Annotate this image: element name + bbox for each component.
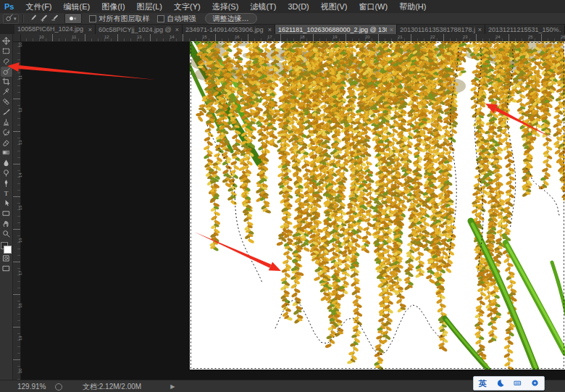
- tab-close-icon[interactable]: ×: [268, 26, 272, 33]
- ruler-number: 15: [202, 35, 207, 39]
- document-tab-5[interactable]: 20130116135381788178.jpg @ 100%… ×: [397, 25, 485, 34]
- ruler-number: 21: [398, 35, 403, 39]
- tools-panel: T: [0, 34, 13, 380]
- divider: [22, 14, 24, 22]
- subtract-selection-mode-button[interactable]: [49, 14, 60, 23]
- add-to-selection-mode-button[interactable]: [38, 14, 49, 23]
- ruler-number: 15: [18, 205, 22, 210]
- ruler-number: 12: [18, 107, 22, 112]
- menu-view[interactable]: 视图(V): [315, 0, 353, 13]
- magnifier-icon: [2, 228, 10, 241]
- menu-help[interactable]: 帮助(H): [393, 0, 432, 13]
- status-flyout-arrow[interactable]: ▶: [170, 383, 175, 390]
- ruler-number: 17: [18, 270, 22, 275]
- ruler-number: 20: [18, 368, 22, 373]
- ruler-number: 25: [528, 35, 533, 39]
- ruler-number: 13: [18, 140, 22, 145]
- moon-icon[interactable]: [496, 377, 504, 390]
- auto-enhance-group: 自动增强: [157, 14, 196, 24]
- document-canvas[interactable]: [190, 41, 565, 370]
- brush-new-icon: [29, 14, 37, 23]
- canvas-area[interactable]: [190, 41, 565, 370]
- brush-subtract-icon: [51, 14, 59, 23]
- ruler-number: 14: [170, 35, 175, 39]
- chevron-down-icon: ▾: [14, 16, 17, 22]
- tab-title: 20131211215531_150%…: [488, 26, 561, 33]
- ruler-number: 17: [267, 35, 272, 39]
- tab-title: 1621181_102630688000_2.jpg @ 130%(RGB/8#…: [278, 26, 387, 33]
- ruler-number: 19: [18, 335, 22, 341]
- quick-select-icon: [5, 14, 13, 23]
- tab-close-icon[interactable]: ×: [390, 26, 393, 33]
- keyboard-icon[interactable]: [514, 377, 522, 390]
- tab-title: 60c58PICYjj_1024.jpg @ 66.7%(RGB…: [99, 26, 172, 33]
- auto-enhance-label: 自动增强: [167, 14, 196, 24]
- brush-preview-icon: [70, 17, 73, 20]
- document-tab-1[interactable]: 10058PIC6H_1024.jpg @ 100%(图层 1… ×: [14, 25, 96, 34]
- document-area: 1011121314151617181920212223242526 10111…: [13, 34, 565, 380]
- screen-mode-icon: [2, 262, 10, 275]
- ruler-number: 23: [463, 35, 468, 39]
- ruler-number: 18: [18, 303, 22, 308]
- ruler-number: 22: [430, 35, 435, 39]
- tab-close-icon[interactable]: ×: [88, 26, 92, 33]
- ruler-number: 12: [104, 35, 109, 39]
- tab-close-icon[interactable]: ×: [175, 26, 179, 33]
- screen-mode-button[interactable]: [1, 264, 12, 274]
- ruler-number: 10: [18, 42, 22, 47]
- document-size-info: 文档:2.12M/2.00M: [83, 382, 141, 392]
- brush-add-icon: [40, 14, 48, 23]
- ruler-number: 16: [235, 35, 240, 39]
- menu-file[interactable]: 文件(F): [20, 0, 57, 13]
- ruler-vertical[interactable]: 1011121314151617181920: [13, 34, 21, 380]
- brush-size-picker[interactable]: ▾: [64, 13, 82, 24]
- tab-title: 20130116135381788178.jpg @ 100%…: [400, 26, 475, 33]
- menu-select[interactable]: 选择(S): [206, 0, 245, 13]
- menu-image[interactable]: 图像(I): [96, 0, 130, 13]
- ruler-number: 16: [18, 238, 22, 243]
- menu-bar: Ps 文件(F) 编辑(E) 图像(I) 图层(L) 文字(Y) 选择(S) 滤…: [0, 0, 565, 14]
- menu-window[interactable]: 窗口(W): [353, 0, 393, 13]
- ruler-number: 20: [365, 35, 370, 39]
- ime-language-bar: 英: [473, 376, 545, 391]
- menu-edit[interactable]: 编辑(E): [58, 0, 96, 13]
- tool-options-bar: ▾ ▾ 对所有图层取样 自动增强 调整边缘…: [0, 13, 565, 25]
- new-selection-mode-button[interactable]: [28, 14, 38, 23]
- menu-layer[interactable]: 图层(L): [131, 0, 168, 13]
- ps-logo-icon: Ps: [0, 2, 20, 11]
- document-tab-3[interactable]: 234971-140914053906.jpg @ 66.7%… ×: [183, 25, 275, 34]
- document-tab-6[interactable]: 20131211215531_150%…: [485, 25, 565, 34]
- document-tab-bar: 10058PIC6H_1024.jpg @ 100%(图层 1… × 60c58…: [0, 25, 565, 34]
- photoshop-window: Ps 文件(F) 编辑(E) 图像(I) 图层(L) 文字(Y) 选择(S) 滤…: [0, 0, 565, 392]
- ruler-number: 14: [18, 172, 22, 178]
- menu-filter[interactable]: 滤镜(T): [244, 0, 282, 13]
- ruler-number: 10: [39, 35, 44, 39]
- zoom-level-field[interactable]: 129.91%: [17, 383, 49, 391]
- auto-enhance-checkbox[interactable]: [157, 15, 164, 22]
- ruler-number: 18: [300, 35, 305, 39]
- gear-icon[interactable]: [531, 377, 539, 390]
- tab-title: 234971-140914053906.jpg @ 66.7%…: [185, 26, 265, 33]
- document-tab-4-active[interactable]: 1621181_102630688000_2.jpg @ 130%(RGB/8#…: [275, 25, 397, 34]
- workspace: T 1011121314151617181920212223242526 101…: [0, 34, 565, 380]
- ruler-number: 13: [137, 35, 142, 39]
- color-swatches[interactable]: [1, 242, 12, 254]
- tab-close-icon[interactable]: ×: [478, 26, 482, 33]
- ruler-number: 11: [72, 35, 76, 39]
- ruler-number: 26: [561, 35, 565, 39]
- sample-all-layers-label: 对所有图层取样: [99, 14, 150, 24]
- svg-text:T: T: [4, 190, 9, 197]
- ime-language-button[interactable]: 英: [479, 378, 487, 389]
- foreground-color-swatch[interactable]: [4, 246, 12, 254]
- sample-all-layers-group: 对所有图层取样: [89, 14, 150, 24]
- zoom-tool[interactable]: [1, 229, 12, 239]
- tool-preset-picker[interactable]: ▾: [3, 14, 19, 24]
- menu-3d[interactable]: 3D(D): [282, 0, 314, 13]
- ruler-corner: [13, 34, 21, 42]
- refine-edge-button[interactable]: 调整边缘…: [205, 13, 257, 24]
- status-icon: [55, 383, 62, 391]
- document-tab-2[interactable]: 60c58PICYjj_1024.jpg @ 66.7%(RGB… ×: [96, 25, 183, 34]
- sample-all-layers-checkbox[interactable]: [89, 15, 96, 22]
- chevron-down-icon: ▾: [74, 16, 77, 22]
- menu-type[interactable]: 文字(Y): [168, 0, 206, 13]
